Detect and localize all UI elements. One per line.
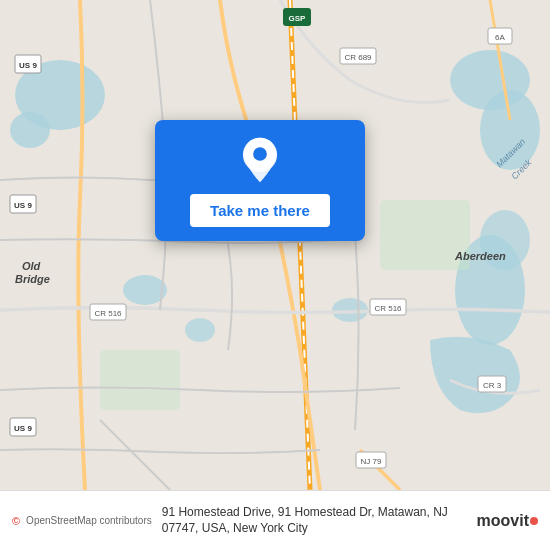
svg-text:Old: Old [22, 260, 41, 272]
osm-credit-text: OpenStreetMap contributors [26, 515, 152, 526]
address-text: 91 Homestead Drive, 91 Homestead Dr, Mat… [162, 505, 469, 536]
svg-text:Aberdeen: Aberdeen [454, 250, 506, 262]
svg-text:6A: 6A [495, 33, 505, 42]
svg-text:NJ 79: NJ 79 [361, 457, 382, 466]
svg-point-2 [10, 112, 50, 148]
svg-rect-11 [100, 350, 180, 410]
svg-point-8 [185, 318, 215, 342]
map-background: GSP US 9 US 9 US 9 NJ 34 CR 689 CR 516 C… [0, 0, 550, 490]
moovit-logo: moovit [477, 512, 538, 530]
svg-text:CR 689: CR 689 [344, 53, 372, 62]
svg-text:US 9: US 9 [19, 61, 37, 70]
svg-text:US 9: US 9 [14, 201, 32, 210]
svg-text:US 9: US 9 [14, 424, 32, 433]
moovit-brand-text: moovit [477, 512, 529, 530]
svg-text:CR 3: CR 3 [483, 381, 502, 390]
bottom-bar: © OpenStreetMap contributors 91 Homestea… [0, 490, 550, 550]
osm-logo: © [12, 515, 20, 527]
svg-text:Bridge: Bridge [15, 273, 50, 285]
svg-point-42 [253, 147, 267, 161]
svg-text:CR 516: CR 516 [374, 304, 402, 313]
moovit-dot-icon [530, 517, 538, 525]
map-container: GSP US 9 US 9 US 9 NJ 34 CR 689 CR 516 C… [0, 0, 550, 490]
svg-text:CR 516: CR 516 [94, 309, 122, 318]
take-me-there-button[interactable]: Take me there [190, 194, 330, 227]
location-pin-icon [236, 136, 284, 184]
svg-text:GSP: GSP [289, 14, 307, 23]
location-popup: Take me there [155, 120, 365, 241]
